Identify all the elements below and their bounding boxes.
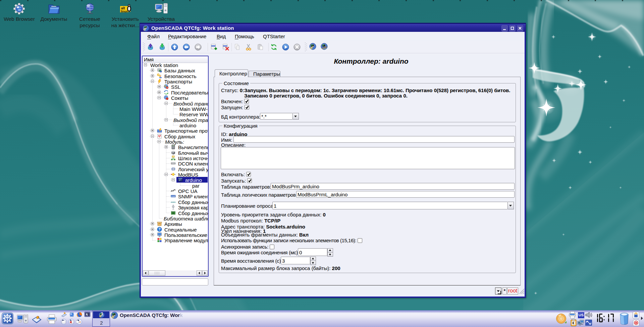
svg-text:linux: linux	[121, 10, 128, 13]
